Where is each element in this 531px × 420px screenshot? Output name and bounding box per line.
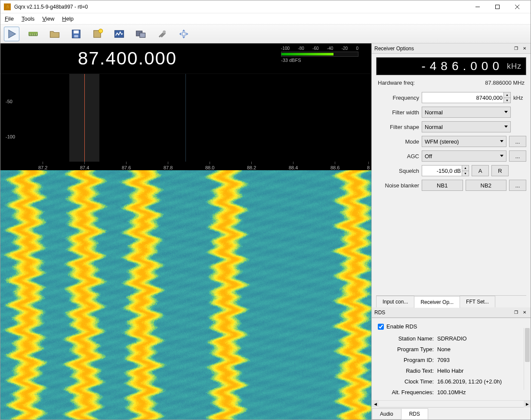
menu-tools[interactable]: Tools [22,15,34,22]
offset-frequency-display[interactable]: -486.000kHz [376,57,526,75]
options-pane: Receiver Options ❐ ✕ -486.000kHz Hardwar… [371,43,531,420]
svg-marker-22 [179,32,182,35]
rds-alt-frequencies: 100.10MHz [437,389,466,395]
svg-marker-4 [9,30,15,38]
scroll-right-icon[interactable]: ▶ [524,401,531,408]
svg-point-15 [99,29,102,33]
hardware-freq-value: 87.886000 MHz [485,80,525,86]
filter-shape-label: Filter shape [376,124,419,130]
tuned-frequency-display[interactable]: 87.400.000 [78,48,177,69]
receiver-options-title: Receiver Options [374,46,414,52]
svg-rect-12 [74,30,79,33]
dock-close-icon[interactable]: ✕ [521,46,528,52]
svg-point-19 [163,30,166,33]
enable-rds-label: Enable RDS [386,323,417,330]
rds-clock-time: 16.06.2019, 11:20 (+2.0h) [437,378,502,385]
close-button[interactable] [507,0,527,13]
tune-marker[interactable] [84,74,85,162]
rds-radio-text: Hello Habr [437,368,463,374]
menu-file[interactable]: File [5,15,14,22]
window-titlebar: ⎍ Gqrx v2.11.5-9-g48ba997 - rtl=0 [0,0,531,13]
squelch-auto-button[interactable]: A [472,165,489,176]
rds-dock-float-icon[interactable]: ❐ [512,310,519,316]
squelch-reset-button[interactable]: R [491,165,509,176]
svg-rect-9 [34,33,34,35]
squelch-spin-up[interactable]: ▲ [462,166,469,171]
svg-rect-6 [29,32,38,34]
settings-button[interactable] [154,27,170,41]
mode-more-button[interactable]: ... [509,136,526,147]
window-title: Gqrx v2.11.5-9-g48ba997 - rtl=0 [14,4,468,10]
signal-meter: -100 -80 -60 -40 -20 0 -33 dBFS [281,46,358,63]
filter-shape-select[interactable]: Normal [422,121,511,132]
mode-select[interactable]: WFM (stereo) [422,136,506,147]
rds-titlebar: RDS ❐ ✕ [372,307,531,318]
enable-rds-checkbox[interactable] [378,324,384,330]
receiver-options-titlebar: Receiver Options ❐ ✕ [372,43,531,54]
rds-dock-close-icon[interactable]: ✕ [521,310,528,316]
spectrum-pane: 87.400.000 -100 -80 -60 -40 -20 0 -33 dB… [0,43,371,420]
agc-select[interactable]: Off [422,150,506,162]
rds-program-id: 7093 [437,357,450,363]
mode-label: Mode [376,138,419,145]
tab-fft-settings[interactable]: FFT Set... [460,296,495,307]
agc-label: AGC [376,153,419,159]
fullscreen-button[interactable] [176,27,191,41]
dock-float-icon[interactable]: ❐ [512,46,519,52]
agc-more-button[interactable]: ... [509,150,526,162]
svg-marker-23 [186,32,188,35]
dsp-button[interactable] [111,27,127,41]
hardware-freq-label: Hardware freq: [378,80,415,86]
tab-rds[interactable]: RDS [401,408,428,420]
svg-rect-1 [496,5,500,9]
play-button[interactable] [4,27,19,41]
app-icon: ⎍ [4,3,11,10]
record-button[interactable] [90,27,105,41]
svg-marker-21 [182,36,185,38]
rds-station-name: SDRRADIO [437,335,467,342]
menubar: File Tools View Help [0,13,531,25]
svg-marker-20 [182,29,185,31]
noise-blanker-label: Noise blanker [376,182,419,189]
rds-program-type: None [437,346,451,353]
nb1-button[interactable]: NB1 [422,180,463,191]
tab-input-controls[interactable]: Input con... [376,296,414,307]
squelch-spin-down[interactable]: ▼ [462,171,469,176]
fft-plot[interactable]: -50 -100 87.2 87.4 87.6 87.8 88.0 88.2 8… [0,74,371,170]
tab-receiver-options[interactable]: Receiver Op... [414,296,460,308]
open-folder-button[interactable] [47,27,62,41]
rds-panel: Enable RDS Station Name:SDRRADIO Program… [372,318,531,400]
maximize-button[interactable] [488,0,507,13]
rds-tab-strip: Audio RDS [372,407,531,420]
rds-title: RDS [374,310,385,316]
scroll-left-icon[interactable]: ◀ [372,401,379,408]
frequency-label: Frequency [376,95,419,101]
rds-horizontal-scrollbar[interactable]: ◀ ▶ [372,400,531,407]
device-config-button[interactable] [25,27,41,41]
menu-help[interactable]: Help [62,15,74,22]
signal-meter-value: -33 dBFS [281,58,358,63]
svg-rect-8 [32,33,33,35]
freq-spin-up[interactable]: ▲ [503,92,510,98]
svg-rect-10 [36,33,37,35]
minimize-button[interactable] [468,0,488,13]
toolbar [0,25,531,43]
svg-rect-7 [30,33,31,35]
svg-rect-24 [182,32,185,35]
menu-view[interactable]: View [42,15,54,22]
rds-vertical-scrollbar[interactable] [524,328,531,390]
frequency-input[interactable] [422,92,511,103]
svg-rect-18 [140,33,145,37]
save-button[interactable] [68,27,84,41]
spectrum-header: 87.400.000 -100 -80 -60 -40 -20 0 -33 dB… [0,43,371,74]
remote-button[interactable] [133,27,148,41]
filter-width-label: Filter width [376,109,419,116]
filter-width-select[interactable]: Normal [422,107,511,118]
freq-spin-down[interactable]: ▼ [503,98,510,103]
tab-audio[interactable]: Audio [372,408,401,420]
waterfall-plot[interactable] [0,170,371,420]
svg-rect-13 [74,35,78,37]
nb-more-button[interactable]: ... [509,180,526,191]
nb2-button[interactable]: NB2 [466,180,507,191]
squelch-label: Squelch [376,168,419,174]
